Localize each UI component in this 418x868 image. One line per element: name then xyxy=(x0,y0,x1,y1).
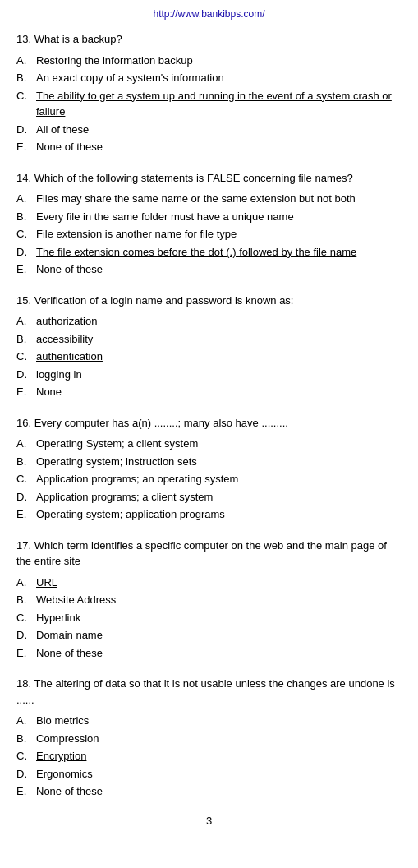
option-q17-B: B.Website Address xyxy=(16,592,402,608)
option-q13-D: D.All of these xyxy=(16,122,402,138)
option-letter: B. xyxy=(16,454,36,470)
option-q16-A: A.Operating System; a client system xyxy=(16,436,402,452)
option-text: None of these xyxy=(36,645,103,662)
option-q18-B: B.Compression xyxy=(16,731,402,747)
option-letter: E. xyxy=(16,384,36,400)
option-text: File extension is another name for file … xyxy=(36,226,237,242)
option-letter: E. xyxy=(16,506,36,523)
option-text: Hyperlink xyxy=(36,610,80,626)
option-letter: D. xyxy=(16,244,36,261)
question-text-q14: 14. Which of the following statements is… xyxy=(16,170,402,187)
option-letter: E. xyxy=(16,139,36,155)
option-letter: D. xyxy=(16,122,36,138)
question-block-q15: 15. Verification of a login name and pas… xyxy=(16,293,402,400)
option-q14-E: E.None of these xyxy=(16,261,402,278)
option-q16-D: D.Application programs; a client system xyxy=(16,489,402,506)
question-text-q17: 17. Which term identifies a specific com… xyxy=(16,538,402,570)
option-text: Compression xyxy=(36,731,99,747)
option-letter: D. xyxy=(16,489,36,506)
option-text: None of these xyxy=(36,261,103,278)
option-text: Restoring the information backup xyxy=(36,53,193,69)
option-letter: C. xyxy=(16,471,36,487)
option-q15-C: C.authentication xyxy=(16,349,402,365)
option-text: Files may share the same name or the sam… xyxy=(36,191,356,207)
option-text: Domain name xyxy=(36,627,103,644)
question-block-q18: 18. The altering of data so that it is n… xyxy=(16,676,402,800)
option-q15-D: D.logging in xyxy=(16,367,402,383)
option-text: Application programs; a client system xyxy=(36,489,213,506)
option-letter: A. xyxy=(16,53,36,69)
option-text: Application programs; an operating syste… xyxy=(36,471,238,487)
option-letter: C. xyxy=(16,88,36,120)
option-q16-E: E.Operating system; application programs xyxy=(16,506,402,523)
option-q15-B: B.accessibility xyxy=(16,331,402,348)
option-text: The ability to get a system up and runni… xyxy=(36,88,402,120)
option-letter: A. xyxy=(16,713,36,729)
option-letter: B. xyxy=(16,592,36,608)
option-text: Ergonomics xyxy=(36,766,93,783)
option-q17-D: D.Domain name xyxy=(16,627,402,644)
option-letter: C. xyxy=(16,748,36,764)
option-text: Encryption xyxy=(36,748,86,764)
option-letter: E. xyxy=(16,261,36,278)
question-text-q15: 15. Verification of a login name and pas… xyxy=(16,293,402,309)
question-text-q16: 16. Every computer has a(n) ........; ma… xyxy=(16,415,402,432)
option-q14-A: A.Files may share the same name or the s… xyxy=(16,191,402,207)
option-q14-B: B.Every file in the same folder must hav… xyxy=(16,209,402,225)
option-text: None xyxy=(36,384,62,400)
option-letter: B. xyxy=(16,209,36,225)
option-q18-D: D.Ergonomics xyxy=(16,766,402,783)
option-text: All of these xyxy=(36,122,89,138)
option-text: Every file in the same folder must have … xyxy=(36,209,294,225)
questions-container: 13. What is a backup?A.Restoring the inf… xyxy=(16,31,402,800)
option-q13-C: C.The ability to get a system up and run… xyxy=(16,88,402,120)
option-letter: B. xyxy=(16,70,36,86)
option-q13-B: B.An exact copy of a system's informatio… xyxy=(16,70,402,86)
option-text: authentication xyxy=(36,349,103,365)
option-text: None of these xyxy=(36,139,103,155)
option-q17-E: E.None of these xyxy=(16,645,402,662)
option-q18-A: A.Bio metrics xyxy=(16,713,402,729)
option-text: None of these xyxy=(36,783,103,800)
option-text: Bio metrics xyxy=(36,713,89,729)
option-letter: B. xyxy=(16,331,36,348)
option-q16-B: B.Operating system; instruction sets xyxy=(16,454,402,470)
question-text-q13: 13. What is a backup? xyxy=(16,31,402,48)
question-block-q17: 17. Which term identifies a specific com… xyxy=(16,538,402,662)
option-letter: A. xyxy=(16,575,36,591)
page-number: 3 xyxy=(16,815,402,827)
question-block-q14: 14. Which of the following statements is… xyxy=(16,170,402,278)
option-letter: A. xyxy=(16,436,36,452)
option-text: logging in xyxy=(36,367,82,383)
option-q17-A: A.URL xyxy=(16,575,402,591)
option-letter: E. xyxy=(16,645,36,662)
option-q17-C: C.Hyperlink xyxy=(16,610,402,626)
option-letter: B. xyxy=(16,731,36,747)
option-letter: C. xyxy=(16,610,36,626)
option-q18-E: E.None of these xyxy=(16,783,402,800)
option-q16-C: C.Application programs; an operating sys… xyxy=(16,471,402,487)
option-text: Operating system; application programs xyxy=(36,506,225,523)
option-q15-A: A.authorization xyxy=(16,313,402,330)
option-q14-C: C.File extension is another name for fil… xyxy=(16,226,402,242)
option-q13-A: A.Restoring the information backup xyxy=(16,53,402,69)
option-letter: E. xyxy=(16,783,36,800)
site-url: http://www.bankibps.com/ xyxy=(16,8,402,20)
option-q13-E: E.None of these xyxy=(16,139,402,155)
option-text: An exact copy of a system's information xyxy=(36,70,224,86)
option-text: Website Address xyxy=(36,592,116,608)
option-letter: D. xyxy=(16,367,36,383)
question-block-q16: 16. Every computer has a(n) ........; ma… xyxy=(16,415,402,523)
option-letter: D. xyxy=(16,627,36,644)
question-text-q18: 18. The altering of data so that it is n… xyxy=(16,676,402,708)
question-block-q13: 13. What is a backup?A.Restoring the inf… xyxy=(16,31,402,155)
option-text: Operating System; a client system xyxy=(36,436,198,452)
option-letter: A. xyxy=(16,191,36,207)
option-text: Operating system; instruction sets xyxy=(36,454,197,470)
option-text: accessibility xyxy=(36,331,93,348)
option-text: authorization xyxy=(36,313,97,330)
option-q15-E: E.None xyxy=(16,384,402,400)
option-q14-D: D.The file extension comes before the do… xyxy=(16,244,402,261)
option-text: The file extension comes before the dot … xyxy=(36,244,356,261)
option-q18-C: C.Encryption xyxy=(16,748,402,764)
